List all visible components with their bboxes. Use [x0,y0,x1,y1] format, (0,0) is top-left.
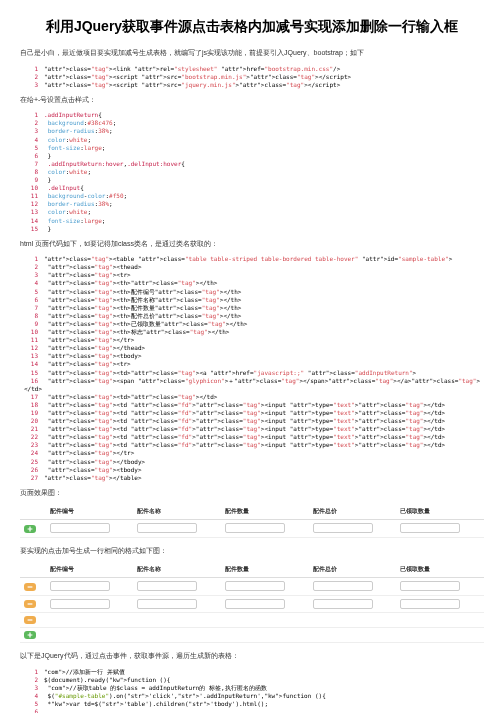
code-css: 1.addInputReturn{2 background:#38c476;3 … [20,111,484,232]
input-cell[interactable] [225,581,285,591]
input-cell[interactable] [225,523,285,533]
input-cell[interactable] [225,599,285,609]
preview-table-1: 配件编号配件名称配件数量配件总价已领取数量 [20,504,484,538]
col-header: 已领取数量 [396,504,484,520]
input-cell[interactable] [313,599,373,609]
input-cell[interactable] [313,523,373,533]
input-cell[interactable] [137,599,197,609]
svg-rect-1 [28,603,33,604]
js-heading: 以下是JQuery代码，通过点击事件，获取事件源，遍历生成新的表格： [20,651,484,662]
input-cell[interactable] [50,523,110,533]
effect-heading: 页面效果图： [20,488,484,499]
minus-icon[interactable] [24,583,36,591]
col-header [20,504,46,520]
col-header: 配件编号 [46,562,134,578]
intro-text: 自己是小白，最近做项目要实现加减号生成表格，就编写了js实现该功能，前提要引入J… [20,48,484,59]
page-title: 利用JQuery获取事件源点击表格内加减号实现添加删除一行输入框 [20,18,484,36]
col-header: 配件名称 [133,562,221,578]
input-cell[interactable] [137,581,197,591]
minus-icon[interactable] [24,616,36,624]
svg-rect-2 [28,620,33,621]
col-header: 配件数量 [221,504,309,520]
col-header: 已领取数量 [396,562,484,578]
col-header: 配件数量 [221,562,309,578]
css-heading: 在给+-号设置点击样式： [20,95,484,106]
col-header: 配件编号 [46,504,134,520]
preview-table-2: 配件编号配件名称配件数量配件总价已领取数量 [20,562,484,643]
col-header: 配件名称 [133,504,221,520]
input-cell[interactable] [50,599,110,609]
input-cell[interactable] [137,523,197,533]
svg-rect-0 [28,586,33,587]
col-header: 配件总价 [309,562,397,578]
input-cell[interactable] [400,581,460,591]
code-html: 1"attr">class="tag"><table "attr">class=… [20,255,484,482]
code-js: 1"com">//添加新一行 并赋值2$(document).ready("kw… [20,668,484,713]
plus-icon[interactable] [24,631,36,639]
col-header [20,562,46,578]
input-cell[interactable] [400,599,460,609]
generated-heading: 要实现的点击加号生成一行相同的格式如下图： [20,546,484,557]
col-header: 配件总价 [309,504,397,520]
input-cell[interactable] [313,581,373,591]
input-cell[interactable] [400,523,460,533]
minus-icon[interactable] [24,600,36,608]
code-imports: 1"attr">class="tag"><link "attr">rel="st… [20,65,484,89]
plus-icon[interactable] [24,525,36,533]
input-cell[interactable] [50,581,110,591]
html-heading: html 页面代码如下，td要记得加class类名，是通过类名获取的： [20,239,484,250]
